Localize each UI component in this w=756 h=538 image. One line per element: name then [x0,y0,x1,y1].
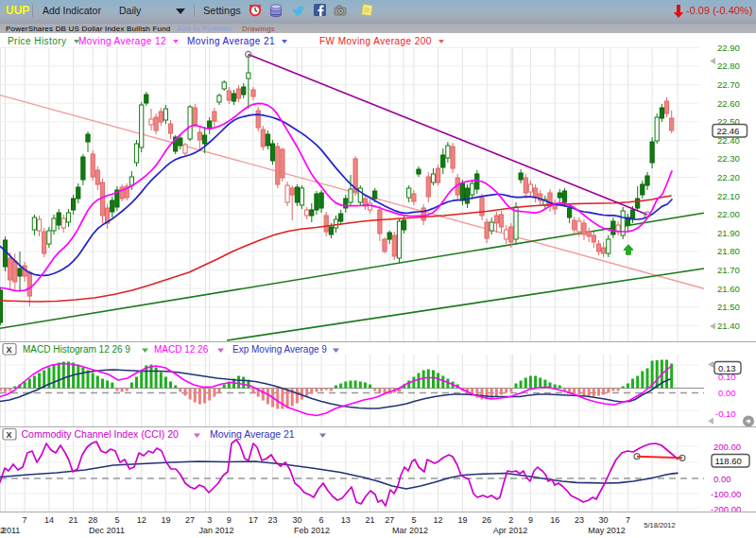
svg-text:5/18/2012: 5/18/2012 [644,521,675,529]
svg-text:23: 23 [268,515,278,525]
svg-text:17: 17 [249,515,258,525]
svg-text:X: X [7,430,12,440]
svg-text:Mar 2012: Mar 2012 [392,526,428,535]
svg-text:Apr 2012: Apr 2012 [493,526,528,535]
svg-text:118.60: 118.60 [715,456,742,466]
svg-text:30: 30 [599,515,609,525]
svg-text:9: 9 [528,515,533,525]
svg-text:7: 7 [626,515,630,525]
svg-text:6: 6 [319,515,324,525]
svg-text:Moving Average 21: Moving Average 21 [210,428,295,440]
svg-text:27: 27 [385,515,394,525]
svg-text:22.00: 22.00 [717,209,740,219]
svg-text:21: 21 [366,515,375,525]
svg-text:21.90: 21.90 [717,228,740,238]
svg-text:5: 5 [411,515,416,525]
svg-text:X: X [7,345,12,355]
svg-text:28: 28 [88,515,97,525]
svg-text:MACD Histogram 12 26 9: MACD Histogram 12 26 9 [23,344,130,355]
svg-text:26: 26 [482,515,491,525]
svg-text:2: 2 [0,526,5,535]
svg-text:MACD 12 26: MACD 12 26 [154,344,209,355]
svg-text:22.46: 22.46 [717,126,740,136]
svg-text:22.60: 22.60 [717,98,740,109]
svg-text:21.50: 21.50 [717,302,740,312]
svg-text:30: 30 [292,515,301,525]
svg-text:22.30: 22.30 [717,153,740,164]
svg-text:-100.00: -100.00 [711,489,741,499]
svg-text:Commodity Channel Index (CCI): Commodity Channel Index (CCI) 20 [22,428,179,440]
svg-text:21.80: 21.80 [717,246,740,256]
svg-text:21.40: 21.40 [717,321,740,331]
svg-text:22.80: 22.80 [717,61,740,71]
svg-text:14: 14 [44,515,54,525]
svg-text:13: 13 [341,515,351,525]
svg-text:27: 27 [185,515,195,525]
svg-text:Jan 2012: Jan 2012 [198,526,233,535]
svg-text:16: 16 [550,515,559,525]
svg-text:22.90: 22.90 [717,43,740,53]
svg-text:21: 21 [69,515,78,525]
svg-text:3: 3 [207,515,212,525]
svg-text:5: 5 [114,515,119,525]
svg-text:0.00: 0.00 [713,474,731,484]
svg-text:19: 19 [457,515,467,525]
svg-text:Exp Moving Average 9: Exp Moving Average 9 [232,344,327,355]
svg-text:Feb 2012: Feb 2012 [294,526,330,535]
svg-text:23: 23 [575,515,584,525]
svg-text:19: 19 [161,515,170,525]
svg-text:0.13: 0.13 [718,363,736,373]
svg-text:200.00: 200.00 [713,442,741,452]
svg-text:21.60: 21.60 [717,284,740,294]
svg-text:22.10: 22.10 [717,191,740,201]
svg-text:May 2012: May 2012 [588,526,626,535]
svg-text:12: 12 [137,515,146,525]
svg-text:Dec 2011: Dec 2011 [89,526,125,535]
svg-text:9: 9 [227,515,232,525]
svg-text:21.70: 21.70 [717,265,740,275]
svg-text:22.20: 22.20 [717,172,740,182]
svg-text:-0.10: -0.10 [715,408,736,419]
svg-text:22.70: 22.70 [717,79,740,90]
svg-text:2: 2 [508,515,513,525]
svg-text:12: 12 [434,515,443,525]
svg-text:0.00: 0.00 [718,388,736,398]
svg-text:7: 7 [23,515,27,525]
